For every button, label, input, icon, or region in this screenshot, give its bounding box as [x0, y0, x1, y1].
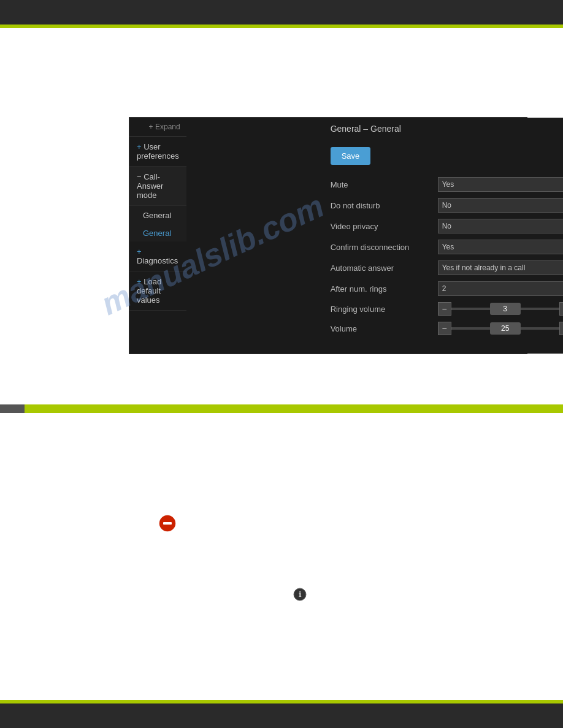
cd-select-wrapper: Yes No — [438, 240, 563, 254]
plus-icon-user-pref: + — [137, 142, 144, 151]
mute-row: Mute Yes No — [331, 177, 563, 192]
do-not-disturb-row: Do not disturb No Yes — [331, 198, 563, 213]
after-num-rings-input[interactable] — [438, 281, 563, 296]
ringing-volume-minus[interactable]: − — [438, 302, 451, 316]
volume-value: 25 — [490, 322, 521, 335]
sidebar-item-general-child[interactable]: General — [129, 225, 186, 241]
ringing-volume-row: Ringing volume − 3 + — [331, 302, 563, 316]
automatic-answer-label: Automatic answer — [331, 264, 438, 273]
ringing-volume-value: 3 — [490, 303, 521, 315]
volume-row: Volume − 25 + — [331, 322, 563, 335]
plus-icon-diagnostics: + — [137, 247, 142, 256]
settings-panel: + Expand + User preferences − Call-Answe… — [129, 117, 527, 354]
mute-select-wrapper: Yes No — [438, 177, 563, 192]
ringing-volume-slider: − 3 + — [438, 302, 563, 316]
confirm-disconnection-label: Confirm disconnection — [331, 243, 438, 252]
ringing-volume-track — [451, 308, 490, 310]
bottom-bar — [0, 703, 563, 728]
automatic-answer-select[interactable]: Yes if not already in a call Yes No — [438, 260, 563, 275]
svg-text:ℹ: ℹ — [299, 590, 302, 599]
sidebar-item-load-defaults[interactable]: + Load default values — [129, 271, 186, 311]
volume-minus[interactable]: − — [438, 322, 451, 335]
do-not-disturb-select[interactable]: No Yes — [438, 198, 563, 213]
top-bar — [0, 0, 563, 25]
sidebar-expand[interactable]: + Expand — [129, 118, 186, 137]
volume-label: Volume — [331, 324, 438, 333]
aa-select-wrapper: Yes if not already in a call Yes No — [438, 260, 563, 275]
sidebar: + Expand + User preferences − Call-Answe… — [129, 118, 186, 344]
small-circle-icon: ℹ — [293, 588, 307, 601]
sidebar-item-diagnostics[interactable]: + Diagnostics — [129, 241, 186, 271]
mid-separator-dark — [0, 404, 25, 413]
video-privacy-select[interactable]: No Yes — [438, 219, 563, 233]
plus-icon-load-defaults: + — [137, 277, 144, 286]
mute-select[interactable]: Yes No — [438, 177, 563, 192]
ringing-volume-track2 — [521, 308, 559, 310]
ringing-volume-plus[interactable]: + — [559, 302, 563, 316]
sidebar-item-user-preferences[interactable]: + User preferences — [129, 137, 186, 167]
mid-separator-bar — [0, 404, 563, 413]
volume-slider: − 25 + — [438, 322, 563, 335]
do-not-disturb-label: Do not disturb — [331, 201, 438, 210]
volume-track — [451, 327, 490, 330]
video-privacy-label: Video privacy — [331, 222, 438, 231]
confirm-disconnection-row: Confirm disconnection Yes No — [331, 240, 563, 254]
ringing-volume-label: Ringing volume — [331, 305, 438, 314]
dnd-select-wrapper: No Yes — [438, 198, 563, 213]
after-num-rings-label: After num. rings — [331, 284, 438, 294]
stop-icon — [158, 514, 177, 533]
save-button[interactable]: Save — [331, 147, 371, 165]
video-privacy-row: Video privacy No Yes — [331, 219, 563, 233]
after-num-rings-row: After num. rings — [331, 281, 563, 296]
main-content-area: General – General Save Mute Yes No Do no… — [318, 118, 563, 354]
sidebar-item-general-parent[interactable]: General — [129, 206, 186, 225]
main-title: General – General — [331, 124, 563, 138]
confirm-disconnection-select[interactable]: Yes No — [438, 240, 563, 254]
volume-track2 — [521, 327, 559, 330]
mute-label: Mute — [331, 180, 438, 189]
sidebar-item-call-answer-mode[interactable]: − Call-Answer mode — [129, 167, 186, 206]
panel-wrapper: + Expand + User preferences − Call-Answe… — [129, 118, 527, 354]
vp-select-wrapper: No Yes — [438, 219, 563, 233]
svg-rect-1 — [163, 522, 172, 525]
minus-icon-call-answer: − — [137, 172, 144, 181]
volume-plus[interactable]: + — [559, 322, 563, 335]
content-area: + Expand + User preferences − Call-Answe… — [0, 28, 563, 700]
automatic-answer-row: Automatic answer Yes if not already in a… — [331, 260, 563, 275]
